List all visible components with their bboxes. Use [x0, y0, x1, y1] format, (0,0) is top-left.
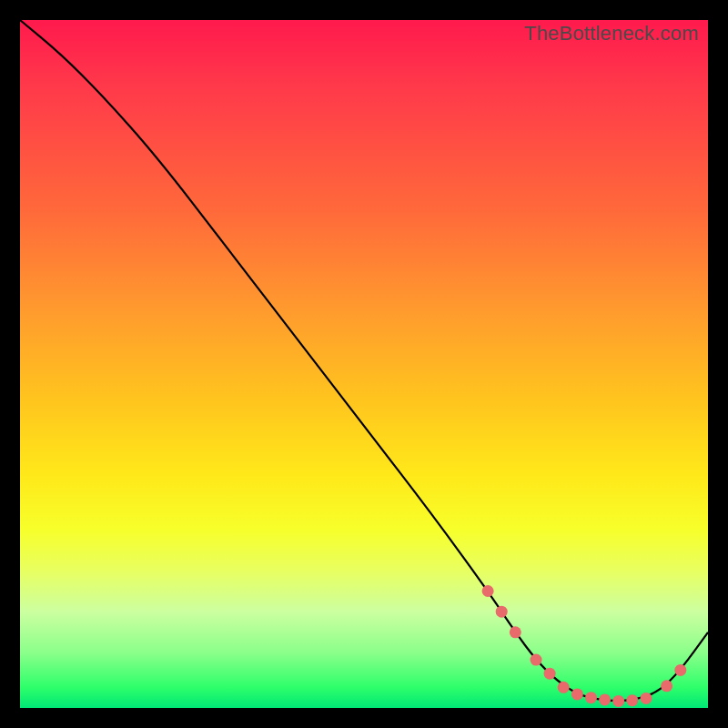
- curve-marker: [558, 682, 570, 693]
- curve-marker: [482, 585, 494, 597]
- curve-marker: [510, 626, 521, 638]
- curve-svg: [20, 20, 708, 708]
- curve-marker: [544, 668, 556, 680]
- chart-frame: TheBottleneck.com: [0, 0, 728, 728]
- curve-marker: [599, 693, 611, 705]
- curve-marker: [496, 606, 508, 618]
- curve-marker: [641, 693, 652, 704]
- plot-area: TheBottleneck.com: [20, 20, 708, 708]
- bottleneck-curve: [20, 20, 708, 701]
- curve-marker: [531, 654, 542, 666]
- curve-marker: [612, 695, 624, 707]
- curve-marker: [626, 694, 638, 706]
- curve-marker: [661, 680, 672, 692]
- curve-marker: [585, 692, 597, 703]
- curve-marker: [674, 664, 686, 676]
- curve-marker: [571, 688, 583, 700]
- marker-group: [482, 585, 687, 707]
